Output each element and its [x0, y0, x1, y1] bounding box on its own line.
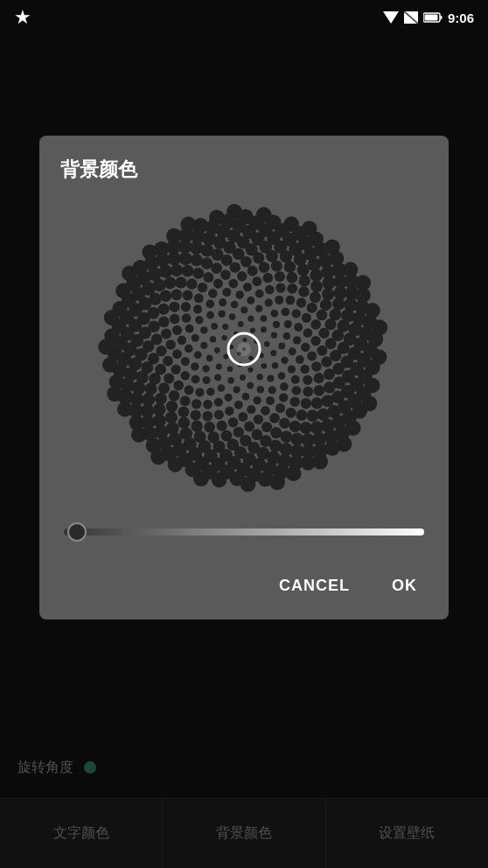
status-right: 9:06	[383, 10, 474, 25]
dialog-title: 背景颜色	[60, 157, 428, 183]
status-left: ★	[14, 6, 31, 29]
cancel-button[interactable]: CANCEL	[268, 570, 360, 602]
svg-rect-4	[424, 15, 437, 21]
star-icon: ★	[14, 6, 31, 29]
color-wheel-container[interactable]	[60, 200, 428, 498]
svg-marker-0	[383, 11, 399, 24]
wifi-icon	[383, 11, 399, 24]
svg-rect-5	[440, 16, 442, 19]
clock: 9:06	[448, 10, 474, 25]
color-wheel[interactable]	[95, 200, 393, 498]
color-picker-dialog: 背景颜色 CANCEL OK	[39, 136, 449, 620]
slider-thumb[interactable]	[67, 522, 87, 542]
ok-button[interactable]: OK	[381, 570, 428, 602]
dialog-buttons: CANCEL OK	[60, 563, 428, 602]
brightness-slider-container[interactable]	[64, 519, 424, 545]
battery-icon	[423, 12, 443, 23]
status-bar: ★ 9:06	[0, 0, 488, 35]
signal-icon	[404, 11, 418, 24]
slider-track	[64, 528, 424, 536]
